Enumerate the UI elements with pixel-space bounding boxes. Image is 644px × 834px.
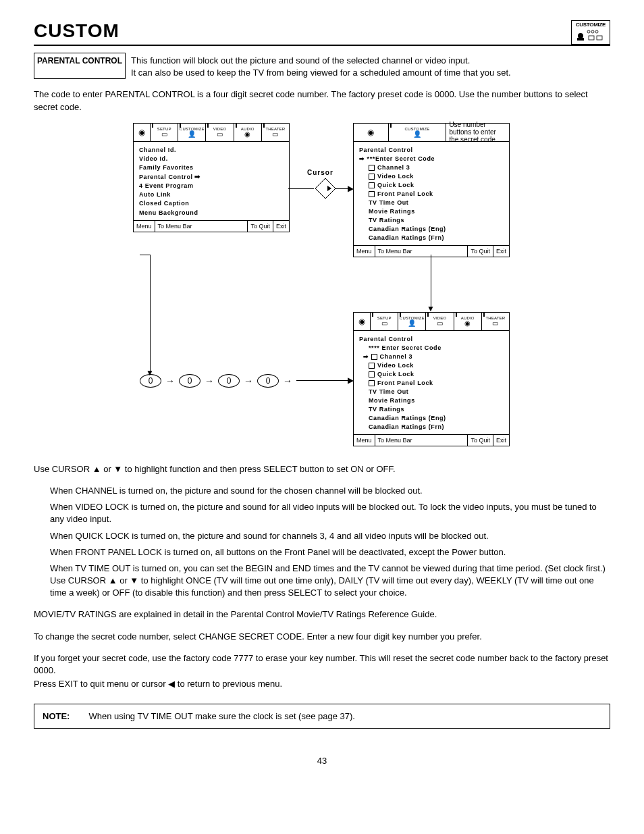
cursor-icon — [315, 178, 336, 199]
svg-point-3 — [591, 30, 594, 33]
bullet-quick: When QUICK LOCK is turned on, the pictur… — [50, 530, 610, 542]
use-cursor-text: Use CURSOR ▲ or ▼ to highlight function … — [34, 463, 610, 475]
page-number: 43 — [34, 756, 610, 766]
customize-badge: CUSTOMIZE — [571, 20, 610, 45]
svg-point-4 — [595, 30, 598, 33]
arrow-right-icon: ➡ — [194, 172, 200, 182]
svg-point-2 — [587, 30, 590, 33]
diagram-area: ◉ SETUP▭ CUSTOMIZE👤 VIDEO▭ AUDIO◉ THEATE… — [133, 123, 511, 454]
feature-label: PARENTAL CONTROL — [34, 53, 126, 79]
change-code-text: To change the secret code number, select… — [34, 631, 610, 643]
movie-ratings-text: MOVIE/TV RATINGS are explained in detail… — [34, 608, 610, 621]
code-entry-row: 0→ 0→ 0→ 0→ — [140, 374, 292, 388]
forget-code-text: If you forget your secret code, use the … — [34, 652, 610, 677]
note-box: NOTE:When using TV TIME OUT make sure th… — [34, 704, 610, 729]
bullet-channel: When CHANNEL is turned on, the picture a… — [50, 485, 610, 497]
press-exit-text: Press EXIT to quit menu or cursor ◀ to r… — [34, 678, 610, 690]
page-title: CUSTOM — [34, 20, 571, 42]
bullet-front: When FRONT PANEL LOCK is turned on, all … — [50, 546, 610, 558]
svg-marker-7 — [315, 178, 336, 199]
cursor-label: Cursor — [307, 169, 333, 176]
bullet-video: When VIDEO LOCK is turned on, the pictur… — [50, 501, 610, 525]
svg-rect-5 — [589, 36, 594, 40]
osd-parental-enter: ◉ CUSTOMIZE👤 Use number buttons to enter… — [353, 123, 510, 258]
bullet-timeout: When TV TIME OUT is turned on, you can s… — [50, 563, 610, 600]
osd-customize-menu: ◉ SETUP▭ CUSTOMIZE👤 VIDEO▭ AUDIO◉ THEATE… — [133, 123, 290, 232]
svg-rect-6 — [597, 36, 602, 40]
svg-marker-8 — [327, 186, 331, 191]
osd-parental-menu: ◉ SETUP▭ CUSTOMIZE👤 VIDEO▭ AUDIO◉ THEATE… — [353, 312, 510, 447]
svg-point-0 — [578, 33, 583, 38]
code-paragraph: The code to enter PARENTAL CONTROL is a … — [34, 88, 610, 113]
intro-text: This function will block out the picture… — [131, 53, 610, 79]
svg-rect-1 — [577, 38, 584, 41]
